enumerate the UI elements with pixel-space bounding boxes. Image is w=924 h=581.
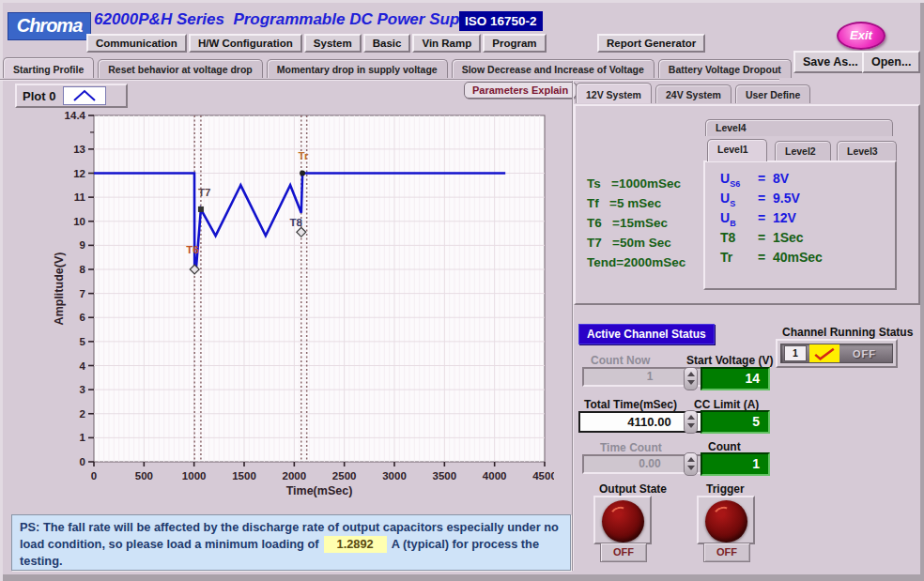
svg-text:0: 0	[91, 470, 97, 482]
menu-button-basic[interactable]: Basic	[363, 34, 411, 53]
menu-bar: Communication H/W Configuration System B…	[86, 34, 547, 53]
plot-legend-label: Plot 0	[23, 89, 55, 103]
svg-text:1: 1	[80, 432, 86, 443]
svg-text:10: 10	[73, 216, 85, 227]
total-time-field[interactable]: 4110.00	[578, 411, 720, 433]
level-values-panel: US6= 8V US= 9.5V UB= 12V T8= 1Sec Tr= 40…	[703, 161, 897, 290]
report-generator-button[interactable]: Report Generator	[597, 34, 705, 53]
svg-text:11: 11	[74, 191, 86, 203]
channel-number-box: 1	[784, 345, 807, 361]
ps-note: PS: The fall rate will be affected by th…	[11, 514, 571, 571]
ps-note-highlight-value: 1.2892	[324, 536, 387, 553]
time-count-label: Time Count	[600, 441, 662, 454]
plot0-legend-icon	[63, 86, 106, 105]
svg-text:2: 2	[80, 408, 85, 420]
open-button[interactable]: Open...	[862, 51, 920, 73]
svg-text:Time(mSec): Time(mSec)	[286, 484, 353, 497]
menu-button-hw-configuration[interactable]: H/W Configuration	[189, 34, 302, 53]
output-state-knob[interactable]	[602, 500, 644, 543]
tab-12v-system[interactable]: 12V System	[576, 83, 652, 103]
tab-level2[interactable]: Level2	[775, 141, 831, 161]
app-title: 62000P&H Series Programmable DC Power Su…	[94, 10, 483, 29]
knob-highlight	[712, 504, 733, 523]
save-as-button[interactable]: Save As...	[793, 51, 868, 73]
count-label: Count	[708, 440, 741, 453]
tab-level1[interactable]: Level1	[707, 139, 767, 161]
output-state-label: Output State	[599, 482, 667, 496]
plot-legend[interactable]: Plot 0	[15, 84, 128, 108]
tab-level4[interactable]: Level4	[705, 119, 893, 136]
tab-starting-profile[interactable]: Starting Profile	[3, 57, 94, 78]
param-tf: Tf =5 mSec	[587, 193, 685, 213]
trigger-knob[interactable]	[705, 500, 747, 543]
svg-text:9: 9	[80, 239, 85, 251]
start-voltage-spinner[interactable]	[684, 367, 698, 390]
svg-text:2500: 2500	[332, 470, 357, 482]
svg-text:5: 5	[80, 336, 86, 347]
total-time-label: Total Time(mSec)	[584, 398, 677, 411]
start-voltage-field[interactable]: 14	[701, 367, 770, 390]
trigger-knob-panel	[697, 496, 755, 544]
svg-text:T8: T8	[290, 217, 303, 228]
svg-text:3: 3	[80, 384, 85, 395]
tabstrip-divider	[0, 79, 779, 81]
param-t6: T6 =15mSec	[587, 213, 685, 233]
output-state-off-indicator: OFF	[600, 543, 647, 562]
tab-slow-decrease-increase[interactable]: Slow Decrease and Increase of Voltage	[452, 59, 654, 78]
waveform-chart: T6T7T8Tr01234567891011121314.40500100015…	[53, 109, 554, 512]
parameters-explain-button[interactable]: Parameters Explain	[464, 82, 577, 99]
svg-text:4500: 4500	[532, 470, 554, 482]
channel-check-indicator[interactable]	[809, 344, 839, 362]
param-tr: Tr= 40mSec	[720, 250, 895, 269]
count-field[interactable]: 1	[701, 452, 770, 476]
checkmark-icon	[811, 346, 838, 361]
svg-text:4: 4	[80, 360, 86, 372]
svg-text:13: 13	[73, 144, 85, 155]
menu-button-program[interactable]: Program	[483, 34, 546, 53]
param-ub: UB= 12V	[720, 210, 895, 230]
svg-text:Tr: Tr	[299, 150, 309, 161]
svg-text:4000: 4000	[483, 470, 507, 482]
param-t7: T7 =50m Sec	[587, 233, 685, 252]
trigger-off-indicator: OFF	[703, 543, 750, 562]
timing-params: Ts =1000mSec Tf =5 mSec T6 =15mSec T7 =5…	[587, 174, 685, 272]
count-spinner[interactable]	[684, 452, 698, 476]
param-t8: T8= 1Sec	[720, 230, 895, 250]
svg-text:1500: 1500	[232, 470, 256, 482]
cc-limit-field[interactable]: 5	[701, 410, 770, 434]
svg-text:500: 500	[135, 470, 153, 482]
menu-button-vin-ramp[interactable]: Vin Ramp	[412, 34, 481, 53]
knob-highlight	[608, 504, 630, 523]
param-us6: US6= 8V	[720, 171, 895, 191]
svg-text:T6: T6	[186, 244, 198, 255]
svg-text:1000: 1000	[182, 470, 207, 482]
menu-button-system[interactable]: System	[304, 34, 362, 53]
svg-text:12: 12	[73, 168, 85, 179]
tab-user-define[interactable]: User Define	[735, 84, 810, 103]
svg-text:6: 6	[80, 312, 85, 323]
svg-text:14.4: 14.4	[65, 110, 86, 121]
tab-momentary-drop[interactable]: Momentary drop in supply voltage	[267, 59, 448, 78]
svg-text:3500: 3500	[433, 470, 457, 482]
svg-text:7: 7	[80, 288, 85, 299]
system-parameters-panel: Level4 Level1 Level2 Level3 US6= 8V US= …	[574, 104, 920, 305]
svg-text:Amplitude(V): Amplitude(V)	[53, 252, 66, 326]
active-channel-status-badge: Active Channel Status	[578, 324, 715, 344]
channel-running-status-control[interactable]: 1 OFF	[776, 339, 898, 368]
svg-text:0: 0	[80, 456, 85, 467]
tab-24v-system[interactable]: 24V System	[655, 84, 732, 103]
exit-button[interactable]: Exit	[837, 22, 886, 50]
svg-text:2000: 2000	[283, 470, 307, 482]
iso-standard-badge: ISO 16750-2	[459, 11, 543, 31]
cc-limit-spinner[interactable]	[684, 410, 698, 434]
channel-running-status-bar: 1 OFF	[780, 344, 893, 363]
cc-limit-label: CC Limit (A)	[694, 398, 759, 411]
tab-battery-voltage-dropout[interactable]: Battery Voltage Dropout	[658, 59, 792, 78]
running-state-text: OFF	[839, 348, 889, 359]
svg-text:8: 8	[80, 264, 86, 275]
tab-reset-behavior[interactable]: Reset behavior at voltage drop	[98, 59, 262, 78]
tab-level3[interactable]: Level3	[837, 141, 897, 161]
menu-button-communication[interactable]: Communication	[86, 34, 187, 53]
channel-running-status-label: Channel Running Status	[782, 326, 913, 339]
system-tab-strip: 12V System 24V System User Define	[576, 84, 810, 103]
